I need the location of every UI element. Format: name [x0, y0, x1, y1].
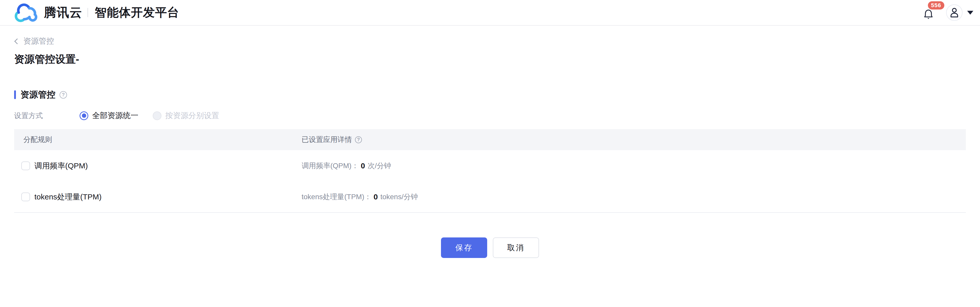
rule-cell: tokens处理量(TPM)	[14, 192, 302, 202]
section-help-icon[interactable]: ?	[60, 91, 67, 99]
user-avatar-button[interactable]	[946, 4, 963, 21]
column-header-rule-label: 分配规则	[23, 135, 52, 145]
detail-help-icon[interactable]: ?	[355, 136, 362, 143]
top-bar-right: 556	[924, 4, 973, 21]
detail-unit: 次/分钟	[368, 161, 391, 171]
rule-name: tokens处理量(TPM)	[34, 192, 102, 202]
detail-cell: 调用频率(QPM)： 0 次/分钟	[302, 161, 966, 171]
radio-label: 全部资源统一	[92, 110, 138, 121]
table-row-tpm: tokens处理量(TPM) tokens处理量(TPM)： 0 tokens/…	[14, 181, 966, 213]
form-actions: 保存 取消	[14, 237, 966, 258]
section-header: 资源管控 ?	[14, 89, 966, 101]
page: 腾讯云 智能体开发平台 556 资源管	[0, 0, 980, 307]
caret-down-icon[interactable]	[967, 11, 973, 14]
table-header-row: 分配规则 已设置应用详情 ?	[14, 129, 966, 150]
top-bar: 腾讯云 智能体开发平台 556	[0, 0, 980, 25]
breadcrumb-label: 资源管控	[23, 36, 54, 46]
column-header-detail: 已设置应用详情 ?	[302, 135, 966, 145]
product-name: 智能体开发平台	[95, 5, 179, 21]
rule-name: 调用频率(QPM)	[34, 161, 88, 171]
radio-selected-icon	[80, 111, 88, 120]
column-header-detail-label: 已设置应用详情	[302, 135, 352, 145]
brand-home-link[interactable]: 腾讯云 智能体开发平台	[11, 3, 179, 22]
detail-label: 调用频率(QPM)：	[302, 161, 359, 171]
chevron-left-icon	[14, 38, 20, 44]
setting-method-label: 设置方式	[14, 111, 80, 121]
main-content: 资源管控 资源管控设置- 资源管控 ? 设置方式 全部资源统一 按资源分别设置 …	[0, 36, 980, 258]
brand-name: 腾讯云	[44, 4, 83, 21]
cancel-button[interactable]: 取消	[493, 237, 539, 258]
radio-per-resource-disabled: 按资源分别设置	[153, 110, 219, 121]
qpm-checkbox[interactable]	[21, 161, 30, 170]
radio-all-resources-unified[interactable]: 全部资源统一	[80, 110, 138, 121]
detail-unit: tokens/分钟	[380, 192, 418, 202]
allocation-rule-table: 分配规则 已设置应用详情 ? 调用频率(QPM) 调用频率(QPM)： 0 次/…	[14, 129, 966, 213]
section-title: 资源管控	[21, 89, 56, 101]
notification-count-badge: 556	[928, 1, 944, 10]
detail-value: 0	[374, 192, 378, 201]
save-button[interactable]: 保存	[441, 237, 487, 258]
radio-disabled-icon	[153, 111, 161, 120]
tpm-checkbox[interactable]	[21, 192, 30, 201]
column-header-rule: 分配规则	[14, 135, 302, 145]
rule-cell: 调用频率(QPM)	[14, 161, 302, 171]
section-accent-bar	[14, 91, 16, 99]
user-avatar-icon	[950, 8, 959, 17]
detail-label: tokens处理量(TPM)：	[302, 192, 371, 202]
setting-method-row: 设置方式 全部资源统一 按资源分别设置	[14, 110, 966, 121]
breadcrumb-back-link[interactable]: 资源管控	[14, 36, 54, 46]
detail-value: 0	[361, 161, 365, 170]
bell-icon	[924, 9, 933, 20]
detail-cell: tokens处理量(TPM)： 0 tokens/分钟	[302, 192, 966, 202]
notification-bell-button[interactable]: 556	[924, 7, 933, 18]
brand-divider	[88, 8, 88, 17]
page-title: 资源管控设置-	[14, 52, 966, 66]
radio-label: 按资源分别设置	[165, 110, 219, 121]
tencent-cloud-logo-icon	[11, 3, 40, 22]
table-row-qpm: 调用频率(QPM) 调用频率(QPM)： 0 次/分钟	[14, 150, 966, 181]
